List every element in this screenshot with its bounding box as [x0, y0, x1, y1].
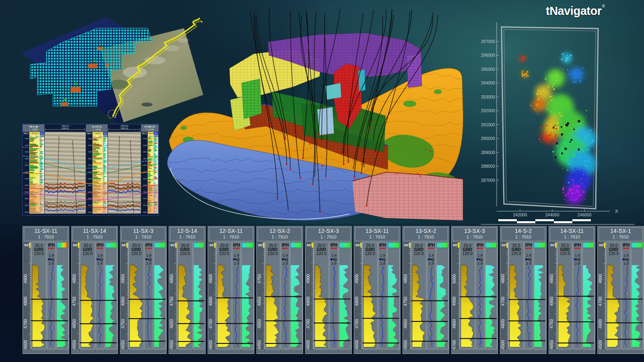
svg-text:4800: 4800 — [208, 296, 213, 306]
well-scale: 1 : 7910 — [73, 234, 116, 240]
well-log-panel[interactable]: 12-S-14 1 : 7910 4850475046504550SST20.0… — [169, 226, 206, 354]
svg-text:2.9: 2.9 — [429, 261, 434, 265]
well-name: 12-SX-2 — [258, 228, 301, 234]
geology-3d-view[interactable] — [160, 7, 474, 232]
svg-text:MD, ft: MD, ft — [142, 133, 147, 134]
svg-text:120.0: 120.0 — [560, 251, 570, 256]
well-log-panel[interactable]: 13-SX-2 1 : 7910 4850475046504550SST20.0… — [402, 226, 449, 354]
tnavigator-dashboard: 13936.1913685.6119548.4019862.2848-X-281… — [0, 0, 644, 362]
well-panel-tracks: 4950485047504650SST20.0GRD120.0IPH1.9HQ2… — [120, 242, 166, 354]
well-panel-tracks: 4850475046504550SST20.0GRD120.0IPH1.9HQ2… — [72, 242, 118, 354]
svg-text:120.0: 120.0 — [83, 251, 93, 256]
svg-text:5000: 5000 — [452, 274, 456, 284]
svg-text:200.0: 200.0 — [149, 136, 153, 137]
svg-text:2.9: 2.9 — [234, 261, 239, 265]
svg-text:4450: 4450 — [257, 340, 262, 350]
well-log-panel[interactable]: 14-SX-1 1 : 7910 4800470046004500SST20.0… — [597, 226, 644, 354]
well-scale: 1 : 7910 — [355, 234, 399, 240]
svg-text:IPH: IPH — [379, 243, 386, 247]
svg-text:4550: 4550 — [72, 340, 76, 350]
well-name: 13-SX-2 — [404, 228, 448, 234]
well-panel-header: 13-SX-11 1 : 7910 — [355, 227, 399, 241]
svg-text:2400: 2400 — [143, 144, 147, 146]
svg-text:IPH: IPH — [574, 243, 581, 247]
well-log-panel[interactable]: 11-SX-14 1 : 7910 4850475046504550SST20.… — [71, 226, 118, 354]
well-panel-header: 12-SX-11 1 : 7910 — [209, 227, 253, 241]
well-panel-header: 13-SX-3 1 : 7910 — [452, 227, 497, 241]
svg-text:0.1: 0.1 — [155, 132, 157, 134]
well-log-panel[interactable]: 13-SX-11 1 : 7910 4900480047004600SST20.… — [354, 226, 400, 354]
svg-text:2400: 2400 — [25, 151, 29, 153]
well-panel-tracks: 4850475046504550SST20.0GRD120.0IPH1.9HQ2… — [403, 242, 449, 354]
well-scale: 1 : 7910 — [502, 234, 545, 240]
svg-text:4650: 4650 — [403, 319, 408, 329]
svg-text:4800: 4800 — [452, 319, 456, 329]
svg-text:120.0: 120.0 — [316, 251, 326, 256]
svg-text:120.0: 120.0 — [131, 251, 141, 256]
svg-text:4800: 4800 — [23, 296, 28, 306]
svg-text:4950: 4950 — [549, 274, 554, 284]
well-panel-tracks: 4800470046004500SST20.0GRD120.0IPH1.9HQ2… — [500, 242, 546, 354]
svg-text:4900: 4900 — [208, 274, 213, 284]
svg-text:IPH: IPH — [477, 243, 484, 247]
well-panel-tracks: 4850475046504550SST20.0GRD120.0 — [169, 242, 205, 354]
well-log-panel[interactable]: 11-SX-11 1 : 7910 4900480047004600SST20.… — [23, 226, 69, 354]
well-name: 11-SX-3 — [122, 228, 165, 234]
svg-text:4000: 4000 — [88, 204, 92, 206]
svg-text:4650: 4650 — [257, 296, 262, 306]
svg-text:2.9: 2.9 — [283, 261, 288, 265]
svg-text:4550: 4550 — [403, 340, 408, 350]
svg-text:2.9: 2.9 — [477, 261, 483, 265]
svg-text:0.1: 0.1 — [41, 136, 43, 137]
svg-text:120.0: 120.0 — [414, 251, 424, 256]
well-scale: 1 : 7910 — [258, 234, 301, 240]
svg-text:4600: 4600 — [354, 340, 359, 350]
well-log-panel[interactable]: 12-SX-11 1 : 7910 4900480047004600SST20.… — [208, 226, 254, 354]
svg-text:2.9: 2.9 — [526, 261, 531, 265]
well-name: 12-SX-11 — [209, 228, 253, 234]
well-panel-header: 11-SX-11 1 : 7910 — [24, 227, 68, 241]
svg-text:292000: 292000 — [481, 108, 495, 113]
svg-text:2.9: 2.9 — [623, 261, 629, 265]
well-log-panel[interactable]: 12-SX-2 1 : 7910 4750465045504450SST20.0… — [256, 226, 303, 354]
svg-text:4000: 4000 — [25, 204, 29, 206]
svg-text:120.0: 120.0 — [609, 251, 619, 256]
well-scale: 1 : 7910 — [404, 234, 448, 240]
property-scatter-map[interactable]: 2970002960002950002940002930002920002910… — [475, 18, 644, 225]
svg-text:4200: 4200 — [88, 211, 92, 213]
svg-text:2800: 2800 — [25, 164, 29, 166]
well-panel-header: 13-SX-2 1 : 7910 — [404, 227, 448, 241]
svg-text:4600: 4600 — [500, 319, 505, 329]
registered-mark: ® — [602, 4, 605, 8]
svg-text:4850: 4850 — [549, 296, 554, 306]
svg-text:1 : 23786: 1 : 23786 — [146, 128, 154, 131]
well-log-panel[interactable]: 14-SX-11 1 : 7910 4950485047504650SST20.… — [549, 226, 595, 354]
svg-text:4900: 4900 — [305, 274, 310, 284]
svg-text:4750: 4750 — [257, 274, 262, 284]
svg-text:MD, ft: MD, ft — [24, 133, 29, 134]
correlation-panel[interactable]: 13936.1913685.6119548.4019862.2848-X-281… — [22, 124, 159, 216]
svg-text:3600: 3600 — [88, 191, 92, 193]
svg-text:4400: 4400 — [143, 211, 147, 213]
svg-text:244000: 244000 — [545, 212, 559, 217]
well-scale: 1 : 7910 — [122, 234, 165, 240]
well-panel-tracks: 4750465045504450SST20.0GRD120.0IPH1.9HQ2… — [257, 242, 303, 354]
svg-text:0.1: 0.1 — [41, 132, 43, 134]
svg-text:2200: 2200 — [143, 138, 147, 140]
well-log-panel[interactable]: 11-SX-3 1 : 7910 4950485047504650SST20.0… — [120, 226, 167, 354]
well-name: 11-SX-14 — [73, 228, 116, 234]
well-log-panel[interactable]: 12-SX-3 1 : 7910 4900480047004600SST20.0… — [305, 226, 352, 354]
svg-text:4600: 4600 — [305, 340, 310, 350]
svg-text:242000: 242000 — [513, 212, 527, 217]
svg-text:X: X — [615, 209, 618, 214]
well-name: 14-SX-1 — [599, 228, 642, 234]
svg-text:0.0: 0.0 — [30, 136, 32, 137]
well-name: 12-S-14 — [170, 228, 204, 234]
well-panel-tracks: 4900480047004600SST20.0GRD120.0IPH1.9HQ2… — [208, 242, 254, 354]
well-log-panel[interactable]: 14-S-2 1 : 7910 4800470046004500SST20.0G… — [500, 226, 547, 354]
svg-text:3000: 3000 — [88, 171, 92, 173]
svg-text:4850: 4850 — [403, 274, 408, 284]
well-log-panel[interactable]: 13-SX-3 1 : 7910 5000490048004700SST20.0… — [451, 226, 498, 354]
well-panel-header: 14-SX-1 1 : 7910 — [599, 227, 643, 241]
svg-text:Gamma: Gamma — [148, 132, 154, 134]
